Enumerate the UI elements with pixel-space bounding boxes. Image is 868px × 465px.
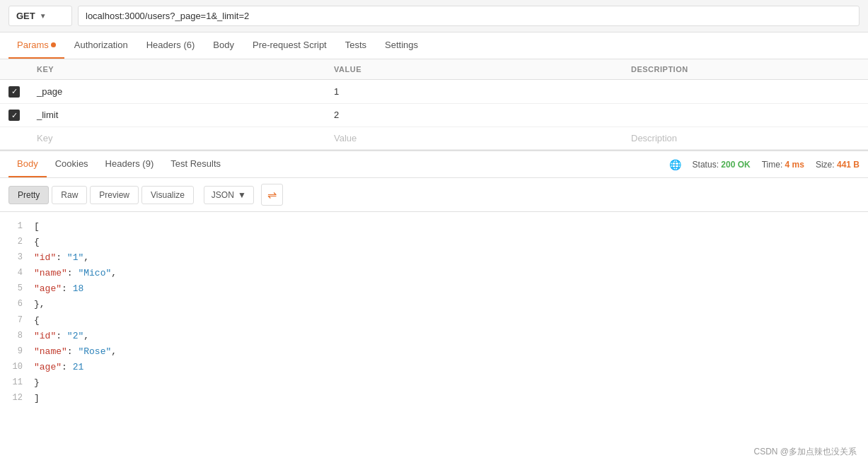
col-header-key: KEY	[28, 59, 325, 80]
json-kv: "name": "Mico",	[34, 266, 117, 281]
json-bracket: }	[34, 375, 40, 391]
json-key: "id"	[34, 331, 56, 341]
row-value-text: 2	[334, 110, 339, 120]
empty-key-placeholder: Key	[37, 133, 52, 143]
status-code: 200 OK	[721, 160, 750, 170]
line-number: 7	[8, 313, 34, 329]
view-pretty-btn[interactable]: Pretty	[8, 186, 49, 204]
rtab-cookies[interactable]: Cookies	[47, 151, 97, 177]
method-chevron-icon: ▼	[40, 12, 47, 20]
json-line: 5 "age": 18	[8, 281, 860, 297]
json-kv: "id": "1",	[34, 250, 89, 266]
time-value: 4 ms	[785, 160, 804, 170]
json-value: "1"	[67, 252, 83, 263]
json-line: 4 "name": "Mico",	[8, 266, 860, 281]
json-key: "name"	[34, 268, 67, 278]
row-desc-cell[interactable]	[623, 80, 868, 104]
col-header-value: VALUE	[325, 59, 623, 80]
view-preview-btn[interactable]: Preview	[90, 186, 139, 204]
line-number: 5	[8, 281, 34, 297]
json-kv: "name": "Rose",	[34, 344, 117, 360]
row-key-text: _limit	[37, 110, 58, 120]
json-bracket: {	[34, 235, 40, 250]
response-status: 🌐 Status: 200 OK Time: 4 ms Size: 441 B	[669, 159, 860, 170]
json-bracket: },	[34, 297, 45, 312]
time-label: Time: 4 ms	[762, 160, 804, 170]
json-line: 8 "id": "2",	[8, 329, 860, 344]
params-dot	[51, 42, 56, 47]
json-line: 10 "age": 21	[8, 360, 860, 375]
line-number: 11	[8, 375, 34, 391]
request-tabs: Params Authorization Headers (6) Body Pr…	[0, 33, 868, 59]
rtab-body[interactable]: Body	[8, 151, 47, 177]
method-select[interactable]: GET ▼	[8, 6, 72, 26]
json-output: 1[2 {3 "id": "1",4 "name": "Mico",5 "age…	[0, 212, 868, 413]
response-tabs-bar: Body Cookies Headers (9) Test Results 🌐 …	[0, 150, 868, 178]
json-line: 1[	[8, 219, 860, 235]
format-chevron-icon: ▼	[238, 190, 246, 200]
json-bracket: {	[34, 313, 40, 329]
tab-body[interactable]: Body	[204, 33, 243, 59]
tab-pre-request-script[interactable]: Pre-request Script	[244, 33, 335, 59]
line-number: 9	[8, 344, 34, 360]
json-key: "age"	[34, 283, 62, 294]
json-kv: "age": 18	[34, 281, 83, 297]
json-bracket: ]	[34, 391, 40, 406]
json-line: 11 }	[8, 375, 860, 391]
row-key-cell[interactable]: _page	[28, 80, 325, 104]
line-number: 10	[8, 360, 34, 375]
tab-headers[interactable]: Headers (6)	[138, 33, 204, 59]
wrap-btn[interactable]: ⇌	[261, 184, 283, 206]
tab-settings[interactable]: Settings	[376, 33, 427, 59]
json-line: 6 },	[8, 297, 860, 312]
json-line: 9 "name": "Rose",	[8, 344, 860, 360]
row-value-cell[interactable]: 2	[325, 103, 623, 127]
wrap-icon: ⇌	[267, 189, 277, 201]
format-select[interactable]: JSON ▼	[204, 186, 254, 204]
rtab-headers[interactable]: Headers (9)	[97, 151, 163, 177]
row-value-cell[interactable]: 1	[325, 80, 623, 104]
line-number: 8	[8, 329, 34, 344]
row-key-cell[interactable]: _limit	[28, 103, 325, 127]
json-value: "2"	[67, 331, 83, 341]
line-number: 3	[8, 250, 34, 266]
size-value: 441 B	[837, 160, 860, 170]
json-bracket: [	[34, 219, 40, 235]
empty-value-cell[interactable]: Value	[325, 127, 623, 150]
json-line: 7 {	[8, 313, 860, 329]
table-row: ✓ _page 1	[0, 80, 868, 104]
json-kv: "age": 21	[34, 360, 83, 375]
row-desc-cell[interactable]	[623, 103, 868, 127]
url-input[interactable]	[78, 6, 860, 26]
checkbox-1[interactable]: ✓	[8, 110, 20, 121]
tab-params[interactable]: Params	[8, 33, 64, 59]
empty-desc-cell[interactable]: Description	[623, 127, 868, 150]
view-visualize-btn[interactable]: Visualize	[141, 186, 194, 204]
empty-desc-placeholder: Description	[631, 133, 677, 143]
params-table: KEY VALUE DESCRIPTION ✓ _page 1 ✓ _limit	[0, 59, 868, 150]
json-key: "id"	[34, 252, 56, 263]
row-checkbox-cell[interactable]: ✓	[0, 103, 28, 127]
row-checkbox-cell[interactable]: ✓	[0, 80, 28, 104]
view-raw-btn[interactable]: Raw	[52, 186, 87, 204]
line-number: 1	[8, 219, 34, 235]
url-bar: GET ▼	[0, 0, 868, 33]
row-key-text: _page	[37, 86, 62, 97]
table-row-empty: Key Value Description	[0, 127, 868, 150]
empty-value-placeholder: Value	[334, 133, 357, 143]
line-number: 2	[8, 235, 34, 250]
json-value: "Rose"	[78, 346, 111, 357]
line-number: 12	[8, 391, 34, 406]
empty-key-cell[interactable]: Key	[28, 127, 325, 150]
tab-authorization[interactable]: Authorization	[66, 33, 137, 59]
json-value: 21	[73, 362, 84, 372]
checkbox-0[interactable]: ✓	[8, 86, 20, 98]
json-line: 3 "id": "1",	[8, 250, 860, 266]
json-value: 18	[73, 283, 84, 294]
line-number: 6	[8, 297, 34, 312]
tab-tests[interactable]: Tests	[337, 33, 375, 59]
body-toolbar: Pretty Raw Preview Visualize JSON ▼ ⇌	[0, 178, 868, 212]
col-header-check	[0, 59, 28, 80]
rtab-test-results[interactable]: Test Results	[162, 151, 229, 177]
col-header-desc: DESCRIPTION	[623, 59, 868, 80]
